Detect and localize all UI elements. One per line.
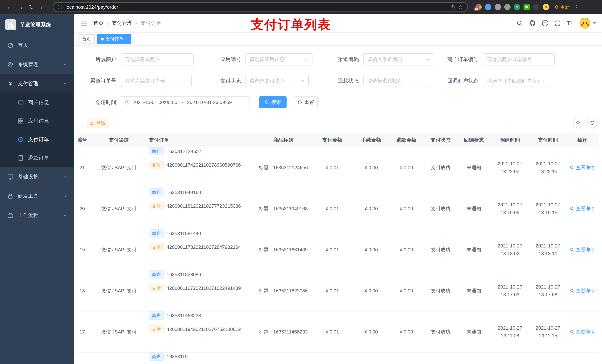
hamburger-icon[interactable] [80, 20, 87, 27]
pay-status-select[interactable]: 请选择支付状态 [246, 75, 309, 87]
browser-update-button[interactable]: 更新 [555, 4, 570, 10]
toggle-search-button[interactable] [573, 118, 583, 128]
filter-refund-status: 退款状态 请选择退款状态 [308, 75, 427, 87]
close-icon[interactable]: × [125, 37, 128, 41]
search-icon[interactable] [516, 20, 523, 26]
filter-pay-status: 支付状态 请选择支付状态 [190, 75, 309, 87]
channel-code-select[interactable]: 请输入渠道编码 [363, 53, 434, 65]
merchant-tag: 商户 [149, 229, 164, 238]
filter-merchant: 所属商户 请选择所属商户 [74, 53, 194, 65]
tab-pay-order[interactable]: 支付订单 × [97, 34, 131, 44]
sidebar-item-system[interactable]: 系统管理 [0, 55, 74, 74]
browser-toolbar: ← → ↻ ⌂ ⓘ localhost:1024/pay/order ☆ 10 … [0, 0, 602, 14]
col-channel: 支付渠道 [93, 133, 144, 147]
extension-gray-icon[interactable] [495, 4, 501, 10]
refund-status-select[interactable]: 请选择退款状态 [363, 75, 427, 87]
cell-actions: 查看详情 [567, 312, 598, 352]
bookmark-star-icon[interactable]: ☆ [458, 4, 463, 10]
sidebar-item-refund-order[interactable]: 退款订单 [0, 149, 74, 167]
date-range-input[interactable]: 2021-10-01 00:00:00 - 2021-10-31 23:59:5… [121, 96, 250, 108]
cell-fee: ¥ 0.00 [354, 270, 389, 311]
briefcase-icon [7, 212, 13, 218]
extension-colorful-icon[interactable]: 10 [475, 4, 482, 10]
cell-channel: 微信 JSAPI 支付 [93, 147, 144, 188]
sidebar-item-pay-order[interactable]: 支付订单 [0, 130, 74, 149]
channel-order-no-input[interactable]: 请输入渠道订单号 [121, 75, 192, 87]
help-icon[interactable]: ? [542, 20, 548, 26]
sidebar-item-dev-tools[interactable]: 研发工具 [0, 187, 74, 206]
view-detail-link[interactable]: 查看详情 [570, 247, 595, 253]
search-button[interactable]: 搜索 [259, 96, 287, 108]
extension-green-v-icon[interactable]: V [514, 4, 520, 10]
cell-actions: 查看详情 [567, 270, 598, 311]
extension-drop-icon[interactable] [485, 4, 491, 10]
main-content: 首页 / 支付管理 / 支付订单 支付订单列表 ? [74, 14, 602, 364]
cell-amount: ¥ 0.01 [311, 188, 354, 229]
table-row: 17 微信 JSAPI 支付 商户 1635311468233 支付 42000… [78, 312, 598, 353]
merchant-input[interactable]: 请选择所属商户 [121, 53, 194, 65]
col-actions: 操作 [567, 133, 598, 147]
font-size-icon[interactable]: TT [567, 20, 573, 26]
merchant-order-no: 1635311823086 [167, 272, 201, 277]
col-amount: 支付金额 [311, 133, 354, 147]
reset-button[interactable]: 重置 [294, 96, 318, 108]
table-row: 18 微信 JSAPI 支付 商户 1635311823086 支付 42000… [78, 270, 598, 312]
cell-actions: 查看详情 [567, 147, 598, 188]
sidebar-item-infrastructure[interactable]: 基础设施 [0, 167, 74, 187]
extension-smiley-icon[interactable] [543, 4, 549, 10]
address-bar[interactable]: ⓘ localhost:1024/pay/order ☆ [53, 2, 468, 12]
sidebar-item-app-info[interactable]: 应用信息 [0, 112, 74, 130]
col-id: 编号 [78, 133, 93, 147]
merchant-tag: 商户 [149, 188, 164, 197]
sidebar-item-workflow[interactable]: 工作流程 [0, 206, 74, 225]
github-icon[interactable] [529, 20, 536, 26]
view-detail-link[interactable]: 查看详情 [570, 165, 595, 171]
cell-id: 17 [78, 312, 93, 352]
chevron-down-icon [63, 62, 67, 67]
forward-button[interactable]: → [16, 2, 25, 12]
sidebar-item-merchant-info[interactable]: 商户信息 [0, 93, 74, 112]
reload-button[interactable]: ↻ [27, 2, 36, 12]
filter-create-time: 创建时间 2021-10-01 00:00:00 - 2021-10-31 23… [74, 96, 250, 108]
merchant-order-no-input[interactable]: 请输入商户订单编号 [483, 53, 555, 65]
sidebar-item-payment[interactable]: ¥ 支付管理 [0, 74, 74, 93]
extension-sage-icon[interactable] [504, 4, 511, 10]
extension-badge: 10 [474, 8, 479, 11]
sidebar-item-label: 应用信息 [28, 117, 49, 125]
app-logo[interactable]: 芋道管理系统 [0, 14, 74, 35]
cell-refund: ¥ 0.00 [389, 312, 424, 352]
chevron-down-icon [417, 79, 423, 83]
cell-pay-time: 2021-10-27 13:22:15 [529, 147, 567, 188]
browser-menu-icon[interactable]: ⋮ [574, 4, 580, 10]
user-menu[interactable] [580, 18, 596, 29]
cell-notify: 未通知 [457, 147, 491, 188]
refresh-button[interactable] [587, 118, 598, 128]
col-status: 支付状态 [424, 133, 457, 147]
view-detail-link[interactable]: 查看详情 [570, 206, 595, 212]
export-button[interactable]: 导出 [87, 118, 108, 128]
sidebar-item-label: 退款订单 [28, 155, 49, 161]
filter-app-id: 应用编号 请选择应用信息 [190, 53, 312, 65]
breadcrumb-pay-manage[interactable]: 支付管理 [112, 20, 133, 27]
breadcrumb-home[interactable]: 首页 [93, 20, 104, 27]
chevron-up-icon [63, 81, 67, 86]
chevron-down-icon [593, 22, 596, 24]
table-row: 19 微信 JSAPI 支付 商户 1635311881440 支付 42000… [78, 229, 598, 270]
cell-notify: 未通知 [457, 270, 491, 311]
extension-chat-icon[interactable] [524, 4, 530, 10]
merchant-tag: 商户 [149, 353, 164, 361]
extension-dark-icon[interactable] [533, 4, 539, 10]
payment-submenu: 商户信息 应用信息 支付订单 [0, 93, 74, 167]
notify-status-select[interactable]: 请选择订单回调商户状态 [483, 75, 549, 87]
sidebar-item-home[interactable]: 首页 [0, 35, 74, 55]
view-detail-link[interactable]: 查看详情 [570, 329, 595, 335]
fullscreen-icon[interactable] [555, 20, 560, 26]
view-detail-link[interactable]: 查看详情 [570, 288, 595, 294]
share-icon[interactable] [450, 4, 455, 10]
site-info-icon[interactable]: ⓘ [58, 4, 63, 10]
pay-tag: 支付 [149, 243, 164, 251]
app-id-select[interactable]: 请选择应用信息 [246, 53, 312, 65]
tab-home[interactable]: 首页 [78, 34, 95, 44]
home-button[interactable]: ⌂ [38, 2, 47, 12]
back-button[interactable]: ← [4, 2, 14, 12]
